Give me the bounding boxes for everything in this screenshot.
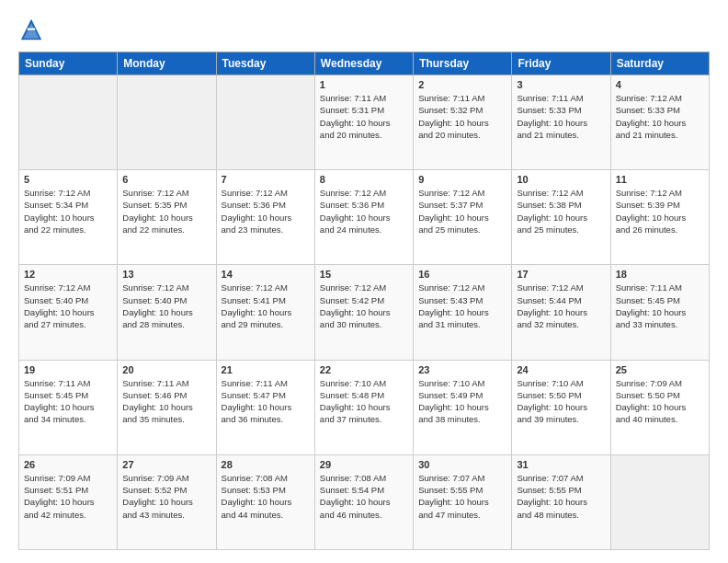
day-number: 30 [418,459,506,470]
cell-content: Sunrise: 7:12 AM Sunset: 5:37 PM Dayligh… [418,187,506,236]
calendar-cell: 4Sunrise: 7:12 AM Sunset: 5:33 PM Daylig… [610,75,709,170]
calendar: SundayMondayTuesdayWednesdayThursdayFrid… [18,52,710,550]
page: SundayMondayTuesdayWednesdayThursdayFrid… [0,0,728,563]
day-number: 4 [616,79,704,90]
cell-content: Sunrise: 7:12 AM Sunset: 5:35 PM Dayligh… [122,187,210,236]
calendar-cell: 24Sunrise: 7:10 AM Sunset: 5:50 PM Dayli… [512,360,610,454]
calendar-cell [118,75,216,170]
calendar-cell: 17Sunrise: 7:12 AM Sunset: 5:44 PM Dayli… [512,265,610,360]
calendar-cell: 10Sunrise: 7:12 AM Sunset: 5:38 PM Dayli… [512,170,610,265]
cell-content: Sunrise: 7:11 AM Sunset: 5:33 PM Dayligh… [517,92,605,141]
calendar-cell: 8Sunrise: 7:12 AM Sunset: 5:36 PM Daylig… [314,170,413,265]
day-number: 18 [616,269,704,280]
calendar-row: 1Sunrise: 7:11 AM Sunset: 5:31 PM Daylig… [19,75,710,170]
calendar-row: 5Sunrise: 7:12 AM Sunset: 5:34 PM Daylig… [19,170,710,265]
calendar-cell: 28Sunrise: 7:08 AM Sunset: 5:53 PM Dayli… [216,454,314,549]
calendar-cell: 16Sunrise: 7:12 AM Sunset: 5:43 PM Dayli… [414,265,512,360]
cell-content: Sunrise: 7:12 AM Sunset: 5:40 PM Dayligh… [24,282,112,330]
day-number: 12 [24,269,112,280]
day-number: 25 [616,364,704,375]
cell-content: Sunrise: 7:11 AM Sunset: 5:31 PM Dayligh… [320,92,408,141]
calendar-cell [19,75,118,170]
day-number: 24 [517,364,605,375]
day-number: 9 [418,174,506,185]
cell-content: Sunrise: 7:11 AM Sunset: 5:46 PM Dayligh… [122,377,210,426]
weekday-header-row: SundayMondayTuesdayWednesdayThursdayFrid… [19,52,710,75]
weekday-header-tuesday: Tuesday [216,52,314,75]
logo [18,17,48,42]
day-number: 2 [418,79,506,90]
cell-content: Sunrise: 7:10 AM Sunset: 5:48 PM Dayligh… [320,377,408,426]
calendar-cell [610,454,709,549]
cell-content: Sunrise: 7:12 AM Sunset: 5:43 PM Dayligh… [418,282,506,330]
calendar-cell: 9Sunrise: 7:12 AM Sunset: 5:37 PM Daylig… [414,170,512,265]
calendar-cell: 31Sunrise: 7:07 AM Sunset: 5:55 PM Dayli… [512,454,610,549]
cell-content: Sunrise: 7:12 AM Sunset: 5:39 PM Dayligh… [616,187,704,236]
calendar-cell: 3Sunrise: 7:11 AM Sunset: 5:33 PM Daylig… [512,75,610,170]
day-number: 28 [222,459,310,470]
calendar-cell: 18Sunrise: 7:11 AM Sunset: 5:45 PM Dayli… [610,265,709,360]
cell-content: Sunrise: 7:07 AM Sunset: 5:55 PM Dayligh… [517,472,605,521]
weekday-header-saturday: Saturday [610,52,709,75]
day-number: 29 [320,459,408,470]
weekday-header-thursday: Thursday [414,52,512,75]
calendar-cell: 1Sunrise: 7:11 AM Sunset: 5:31 PM Daylig… [314,75,413,170]
day-number: 27 [122,459,210,470]
weekday-header-friday: Friday [512,52,610,75]
day-number: 14 [222,269,310,280]
day-number: 31 [517,459,605,470]
day-number: 21 [222,364,310,375]
day-number: 17 [517,269,605,280]
cell-content: Sunrise: 7:12 AM Sunset: 5:40 PM Dayligh… [122,282,210,330]
calendar-cell: 2Sunrise: 7:11 AM Sunset: 5:32 PM Daylig… [414,75,512,170]
calendar-cell: 25Sunrise: 7:09 AM Sunset: 5:50 PM Dayli… [610,360,709,454]
cell-content: Sunrise: 7:12 AM Sunset: 5:36 PM Dayligh… [222,187,310,236]
day-number: 19 [24,364,112,375]
day-number: 20 [122,364,210,375]
calendar-cell: 23Sunrise: 7:10 AM Sunset: 5:49 PM Dayli… [414,360,512,454]
cell-content: Sunrise: 7:12 AM Sunset: 5:44 PM Dayligh… [517,282,605,330]
cell-content: Sunrise: 7:07 AM Sunset: 5:55 PM Dayligh… [418,472,506,521]
calendar-cell: 22Sunrise: 7:10 AM Sunset: 5:48 PM Dayli… [314,360,413,454]
calendar-row: 26Sunrise: 7:09 AM Sunset: 5:51 PM Dayli… [19,454,710,549]
calendar-cell [216,75,314,170]
day-number: 8 [320,174,408,185]
calendar-row: 19Sunrise: 7:11 AM Sunset: 5:45 PM Dayli… [19,360,710,454]
calendar-cell: 21Sunrise: 7:11 AM Sunset: 5:47 PM Dayli… [216,360,314,454]
day-number: 22 [320,364,408,375]
day-number: 1 [320,79,408,90]
day-number: 13 [122,269,210,280]
svg-rect-2 [28,29,35,30]
calendar-cell: 19Sunrise: 7:11 AM Sunset: 5:45 PM Dayli… [19,360,118,454]
header [18,17,710,42]
calendar-cell: 7Sunrise: 7:12 AM Sunset: 5:36 PM Daylig… [216,170,314,265]
calendar-cell: 15Sunrise: 7:12 AM Sunset: 5:42 PM Dayli… [314,265,413,360]
cell-content: Sunrise: 7:12 AM Sunset: 5:42 PM Dayligh… [320,282,408,330]
calendar-cell: 20Sunrise: 7:11 AM Sunset: 5:46 PM Dayli… [118,360,216,454]
calendar-cell: 6Sunrise: 7:12 AM Sunset: 5:35 PM Daylig… [118,170,216,265]
cell-content: Sunrise: 7:08 AM Sunset: 5:54 PM Dayligh… [320,472,408,521]
weekday-header-monday: Monday [118,52,216,75]
day-number: 7 [222,174,310,185]
cell-content: Sunrise: 7:12 AM Sunset: 5:38 PM Dayligh… [517,187,605,236]
calendar-cell: 12Sunrise: 7:12 AM Sunset: 5:40 PM Dayli… [19,265,118,360]
cell-content: Sunrise: 7:09 AM Sunset: 5:52 PM Dayligh… [122,472,210,521]
cell-content: Sunrise: 7:12 AM Sunset: 5:41 PM Dayligh… [222,282,310,330]
day-number: 5 [24,174,112,185]
cell-content: Sunrise: 7:10 AM Sunset: 5:49 PM Dayligh… [418,377,506,426]
day-number: 6 [122,174,210,185]
cell-content: Sunrise: 7:11 AM Sunset: 5:47 PM Dayligh… [222,377,310,426]
calendar-cell: 29Sunrise: 7:08 AM Sunset: 5:54 PM Dayli… [314,454,413,549]
day-number: 26 [24,459,112,470]
calendar-row: 12Sunrise: 7:12 AM Sunset: 5:40 PM Dayli… [19,265,710,360]
day-number: 3 [517,79,605,90]
day-number: 16 [418,269,506,280]
day-number: 11 [616,174,704,185]
cell-content: Sunrise: 7:12 AM Sunset: 5:33 PM Dayligh… [616,92,704,141]
cell-content: Sunrise: 7:12 AM Sunset: 5:36 PM Dayligh… [320,187,408,236]
weekday-header-sunday: Sunday [19,52,118,75]
calendar-cell: 5Sunrise: 7:12 AM Sunset: 5:34 PM Daylig… [19,170,118,265]
cell-content: Sunrise: 7:11 AM Sunset: 5:45 PM Dayligh… [24,377,112,426]
logo-icon [18,17,44,42]
cell-content: Sunrise: 7:10 AM Sunset: 5:50 PM Dayligh… [517,377,605,426]
